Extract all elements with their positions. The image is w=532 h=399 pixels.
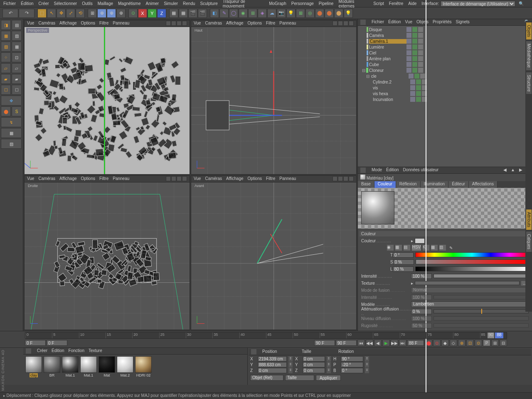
- arrow-icon[interactable]: ▸: [411, 239, 413, 243]
- filter-icon[interactable]: ▤: [12, 20, 22, 30]
- key-param-icon[interactable]: P: [483, 340, 490, 346]
- object-row[interactable]: Disque: [359, 27, 531, 32]
- coord-input[interactable]: [303, 362, 325, 367]
- menu-item[interactable]: MoGraph: [269, 1, 286, 6]
- light-icon[interactable]: 💡: [286, 9, 296, 18]
- object-row[interactable]: Arrière plan: [359, 56, 531, 62]
- recent-tool-icon[interactable]: ⊞: [88, 9, 97, 18]
- tab-base[interactable]: Base: [358, 181, 374, 188]
- vp-menu-item[interactable]: Caméras: [38, 176, 55, 182]
- lock-yz-icon[interactable]: ⊕: [116, 9, 126, 18]
- menu-item[interactable]: Vue: [405, 20, 412, 25]
- vp-menu-item[interactable]: Options: [81, 21, 95, 26]
- coord-input[interactable]: [303, 368, 325, 373]
- apply-button[interactable]: Appliquer: [316, 375, 341, 381]
- object-tree[interactable]: DisqueCaméraCaméra.1LumièreCielArrière p…: [358, 26, 532, 167]
- material-thumbnail[interactable]: Mat: [98, 356, 116, 377]
- coord-mode-dropdown[interactable]: Objet (Rel): [250, 375, 283, 381]
- points-mode-icon[interactable]: ⁘: [1, 52, 11, 62]
- coord-input[interactable]: [341, 362, 363, 367]
- polygons-mode-icon[interactable]: ▰: [1, 74, 11, 84]
- key-pla-icon[interactable]: ⊞: [491, 340, 499, 346]
- planar-workplane-icon[interactable]: ▨: [1, 139, 22, 149]
- vp-nav-icon[interactable]: [343, 21, 348, 26]
- vp-nav-icon[interactable]: [332, 176, 337, 181]
- vp-nav-icon[interactable]: [182, 21, 187, 26]
- material-thumbnail[interactable]: Mat.1: [80, 356, 97, 377]
- material-thumbnail[interactable]: HDRI 02: [135, 356, 152, 377]
- vp-menu-item[interactable]: Vue: [27, 176, 34, 182]
- menu-item[interactable]: Édition: [388, 20, 401, 25]
- key-scale-icon[interactable]: ⊡: [466, 340, 474, 346]
- nav-fwd-icon[interactable]: ▶: [519, 167, 522, 173]
- array-icon[interactable]: ⊞: [248, 9, 257, 18]
- rotate-tool-icon[interactable]: ⟲: [76, 9, 85, 18]
- panel-icon[interactable]: [360, 20, 366, 25]
- frame-rate-display[interactable]: [407, 340, 424, 346]
- coord-input[interactable]: [341, 368, 363, 373]
- x-axis-icon[interactable]: X: [138, 9, 147, 18]
- menu-item[interactable]: Sculpture: [200, 1, 218, 6]
- vp-menu-item[interactable]: Panneau: [113, 176, 129, 182]
- model-mode-icon[interactable]: ▦: [1, 31, 11, 41]
- picker-icon[interactable]: ▦: [395, 245, 402, 251]
- object-row[interactable]: Cube: [359, 62, 531, 67]
- vp-nav-icon[interactable]: [338, 176, 343, 181]
- step-forward-icon[interactable]: ▶▶: [391, 340, 398, 346]
- select-tool-icon[interactable]: ↖: [47, 9, 56, 18]
- preview-start-input[interactable]: [47, 340, 67, 346]
- eyedropper-icon[interactable]: ✎: [449, 246, 453, 250]
- menu-item[interactable]: Outils: [82, 1, 93, 6]
- nurbs-icon[interactable]: ◉: [239, 9, 248, 18]
- lock-xz-icon[interactable]: ⊕: [107, 9, 116, 18]
- viewport-perspective[interactable]: VueCamérasAffichageOptionsFiltrePanneau …: [24, 20, 190, 175]
- vp-nav-icon[interactable]: [349, 21, 354, 26]
- nav-up-icon[interactable]: ▲: [511, 167, 515, 173]
- undo-button[interactable]: ↶: [2, 9, 18, 18]
- vp-menu-item[interactable]: Caméras: [38, 21, 55, 26]
- picker-icon[interactable]: ▤: [404, 245, 410, 251]
- sat-input[interactable]: [393, 259, 414, 265]
- vp-nav-icon[interactable]: [349, 176, 354, 181]
- object-row[interactable]: vis: [359, 85, 531, 91]
- menu-item[interactable]: Maillage: [98, 1, 113, 6]
- menu-item[interactable]: Rendu: [183, 1, 195, 6]
- coord-input[interactable]: [341, 356, 363, 362]
- cube-primitive-icon[interactable]: ◧: [210, 9, 219, 18]
- vp-nav-icon[interactable]: [171, 21, 176, 26]
- viewport-right[interactable]: VueCamérasAffichageOptionsFiltrePanneau …: [24, 175, 190, 330]
- menu-item[interactable]: Propriétés: [433, 20, 452, 25]
- edges-mode-icon[interactable]: ▱: [1, 63, 11, 73]
- simulate-icon[interactable]: ⬤: [325, 9, 334, 18]
- end-frame-input[interactable]: [336, 340, 357, 346]
- panel-icon[interactable]: [26, 348, 31, 354]
- vp-nav-icon[interactable]: [343, 176, 348, 181]
- search-icon[interactable]: 🔍: [519, 1, 524, 6]
- material-thumbnail[interactable]: Mat.2: [116, 356, 134, 377]
- hue-slider[interactable]: [415, 252, 529, 257]
- side-tab[interactable]: Structure: [526, 72, 532, 94]
- vp-menu-item[interactable]: Options: [81, 176, 95, 182]
- side-tab[interactable]: Attributs: [526, 209, 532, 230]
- hue-input[interactable]: [393, 252, 414, 258]
- vp-nav-icon[interactable]: [182, 176, 187, 181]
- texture-slot[interactable]: [415, 281, 520, 285]
- dynamics-tag-icon[interactable]: ⬤: [315, 9, 324, 18]
- diffuse-falloff-input[interactable]: [411, 309, 432, 314]
- vp-nav-icon[interactable]: [177, 176, 182, 181]
- lock-xy-icon[interactable]: ⊕: [97, 9, 106, 18]
- vp-menu-item[interactable]: Affichage: [226, 21, 244, 26]
- start-frame-input[interactable]: [25, 340, 46, 346]
- tab-editeur[interactable]: Éditeur: [448, 181, 469, 188]
- menu-item[interactable]: Aide: [408, 1, 416, 6]
- live-select-icon[interactable]: ⬚: [37, 9, 47, 18]
- key-rot-icon[interactable]: ⊙: [475, 340, 482, 346]
- snap4-icon[interactable]: ☐: [12, 85, 22, 95]
- move-tool-icon[interactable]: ✥: [57, 9, 66, 18]
- vp-menu-item[interactable]: Caméras: [205, 21, 222, 26]
- menu-item[interactable]: Personnage: [291, 1, 314, 6]
- viewport-solo-icon[interactable]: S: [12, 106, 22, 116]
- material-list[interactable]: clayBRMat.1Mat.1MatMat.2HDRI 02: [23, 355, 247, 379]
- bulb-icon[interactable]: 💡: [344, 9, 353, 18]
- lum-slider[interactable]: [415, 266, 529, 271]
